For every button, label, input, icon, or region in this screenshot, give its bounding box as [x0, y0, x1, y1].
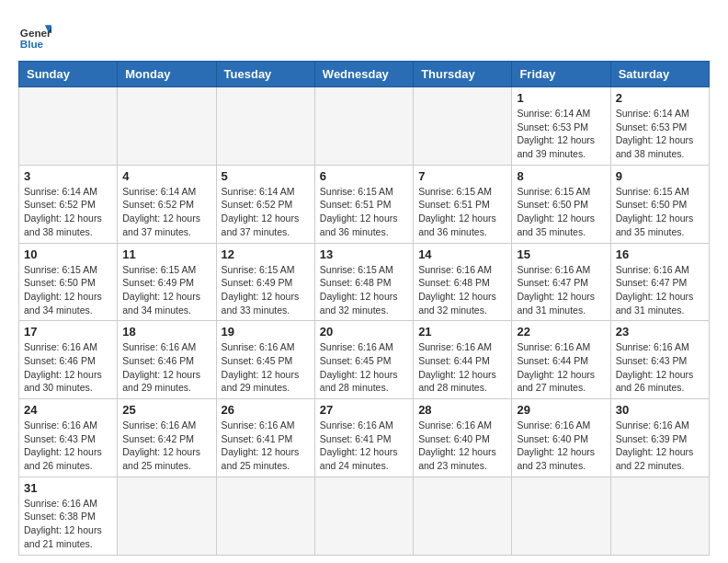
- day-info: Sunrise: 6:15 AM Sunset: 6:50 PM Dayligh…: [616, 185, 704, 239]
- day-number: 21: [418, 325, 506, 339]
- day-number: 11: [122, 247, 210, 261]
- day-number: 22: [517, 325, 605, 339]
- day-info: Sunrise: 6:15 AM Sunset: 6:51 PM Dayligh…: [320, 185, 408, 239]
- day-info: Sunrise: 6:16 AM Sunset: 6:44 PM Dayligh…: [418, 340, 506, 395]
- day-header-thursday: Thursday: [414, 62, 512, 87]
- day-info: Sunrise: 6:16 AM Sunset: 6:40 PM Dayligh…: [517, 419, 605, 473]
- day-info: Sunrise: 6:16 AM Sunset: 6:42 PM Dayligh…: [122, 419, 210, 473]
- calendar-table: SundayMondayTuesdayWednesdayThursdayFrid…: [18, 61, 710, 556]
- day-number: 26: [222, 403, 310, 417]
- day-info: Sunrise: 6:16 AM Sunset: 6:45 PM Dayligh…: [320, 340, 408, 395]
- day-info: Sunrise: 6:15 AM Sunset: 6:51 PM Dayligh…: [418, 185, 506, 239]
- calendar-cell: 29Sunrise: 6:16 AM Sunset: 6:40 PM Dayli…: [512, 399, 610, 477]
- day-info: Sunrise: 6:16 AM Sunset: 6:47 PM Dayligh…: [616, 263, 704, 317]
- day-header-saturday: Saturday: [610, 62, 709, 87]
- day-number: 7: [418, 169, 506, 183]
- day-info: Sunrise: 6:16 AM Sunset: 6:43 PM Dayligh…: [24, 419, 112, 473]
- day-info: Sunrise: 6:14 AM Sunset: 6:53 PM Dayligh…: [517, 107, 605, 161]
- day-number: 4: [122, 169, 210, 183]
- calendar-cell: [314, 477, 413, 555]
- day-info: Sunrise: 6:16 AM Sunset: 6:48 PM Dayligh…: [418, 263, 506, 317]
- calendar-cell: 6Sunrise: 6:15 AM Sunset: 6:51 PM Daylig…: [314, 165, 413, 243]
- day-number: 12: [222, 247, 310, 261]
- day-number: 1: [517, 91, 605, 105]
- svg-text:Blue: Blue: [20, 38, 44, 50]
- calendar-cell: [118, 87, 216, 166]
- calendar-cell: 1Sunrise: 6:14 AM Sunset: 6:53 PM Daylig…: [512, 87, 610, 166]
- day-info: Sunrise: 6:16 AM Sunset: 6:44 PM Dayligh…: [517, 340, 605, 395]
- day-number: 16: [616, 247, 704, 261]
- day-info: Sunrise: 6:14 AM Sunset: 6:52 PM Dayligh…: [222, 185, 310, 239]
- day-info: Sunrise: 6:15 AM Sunset: 6:48 PM Dayligh…: [320, 263, 408, 317]
- calendar-cell: 31Sunrise: 6:16 AM Sunset: 6:38 PM Dayli…: [19, 477, 118, 555]
- day-number: 29: [517, 403, 605, 417]
- calendar-cell: 21Sunrise: 6:16 AM Sunset: 6:44 PM Dayli…: [414, 321, 512, 399]
- calendar-cell: 14Sunrise: 6:16 AM Sunset: 6:48 PM Dayli…: [414, 243, 512, 321]
- day-info: Sunrise: 6:16 AM Sunset: 6:45 PM Dayligh…: [222, 340, 310, 395]
- day-info: Sunrise: 6:16 AM Sunset: 6:39 PM Dayligh…: [616, 419, 704, 473]
- day-info: Sunrise: 6:15 AM Sunset: 6:50 PM Dayligh…: [517, 185, 605, 239]
- calendar-cell: [414, 87, 512, 166]
- calendar-cell: [216, 477, 314, 555]
- calendar-cell: 25Sunrise: 6:16 AM Sunset: 6:42 PM Dayli…: [118, 399, 216, 477]
- calendar-week-1: 1Sunrise: 6:14 AM Sunset: 6:53 PM Daylig…: [19, 87, 710, 166]
- day-number: 3: [24, 169, 112, 183]
- day-info: Sunrise: 6:15 AM Sunset: 6:49 PM Dayligh…: [222, 263, 310, 317]
- calendar-cell: 19Sunrise: 6:16 AM Sunset: 6:45 PM Dayli…: [216, 321, 314, 399]
- page-header: General Blue: [18, 18, 710, 52]
- calendar-cell: 10Sunrise: 6:15 AM Sunset: 6:50 PM Dayli…: [19, 243, 118, 321]
- calendar-cell: 9Sunrise: 6:15 AM Sunset: 6:50 PM Daylig…: [610, 165, 709, 243]
- calendar-cell: 12Sunrise: 6:15 AM Sunset: 6:49 PM Dayli…: [216, 243, 314, 321]
- day-number: 10: [24, 247, 112, 261]
- day-number: 25: [122, 403, 210, 417]
- day-number: 20: [320, 325, 408, 339]
- day-number: 18: [122, 325, 210, 339]
- day-info: Sunrise: 6:15 AM Sunset: 6:49 PM Dayligh…: [122, 263, 210, 317]
- day-number: 8: [517, 169, 605, 183]
- calendar-cell: 30Sunrise: 6:16 AM Sunset: 6:39 PM Dayli…: [610, 399, 709, 477]
- day-info: Sunrise: 6:14 AM Sunset: 6:52 PM Dayligh…: [24, 185, 112, 239]
- calendar-cell: 16Sunrise: 6:16 AM Sunset: 6:47 PM Dayli…: [610, 243, 709, 321]
- calendar-cell: 15Sunrise: 6:16 AM Sunset: 6:47 PM Dayli…: [512, 243, 610, 321]
- calendar-cell: 13Sunrise: 6:15 AM Sunset: 6:48 PM Dayli…: [314, 243, 413, 321]
- calendar-week-4: 17Sunrise: 6:16 AM Sunset: 6:46 PM Dayli…: [19, 321, 710, 399]
- day-number: 17: [24, 325, 112, 339]
- day-number: 19: [222, 325, 310, 339]
- calendar-cell: 5Sunrise: 6:14 AM Sunset: 6:52 PM Daylig…: [216, 165, 314, 243]
- day-info: Sunrise: 6:16 AM Sunset: 6:41 PM Dayligh…: [320, 419, 408, 473]
- calendar-cell: 22Sunrise: 6:16 AM Sunset: 6:44 PM Dayli…: [512, 321, 610, 399]
- day-number: 6: [320, 169, 408, 183]
- calendar-week-3: 10Sunrise: 6:15 AM Sunset: 6:50 PM Dayli…: [19, 243, 710, 321]
- calendar-cell: 4Sunrise: 6:14 AM Sunset: 6:52 PM Daylig…: [118, 165, 216, 243]
- day-number: 15: [517, 247, 605, 261]
- day-number: 30: [616, 403, 704, 417]
- day-info: Sunrise: 6:16 AM Sunset: 6:47 PM Dayligh…: [517, 263, 605, 317]
- calendar-cell: [216, 87, 314, 166]
- day-info: Sunrise: 6:14 AM Sunset: 6:52 PM Dayligh…: [122, 185, 210, 239]
- day-info: Sunrise: 6:16 AM Sunset: 6:43 PM Dayligh…: [616, 340, 704, 395]
- calendar-cell: [610, 477, 709, 555]
- day-number: 31: [24, 481, 112, 495]
- calendar-week-5: 24Sunrise: 6:16 AM Sunset: 6:43 PM Dayli…: [19, 399, 710, 477]
- day-number: 9: [616, 169, 704, 183]
- day-number: 2: [616, 91, 704, 105]
- day-info: Sunrise: 6:16 AM Sunset: 6:38 PM Dayligh…: [24, 497, 112, 551]
- day-header-friday: Friday: [512, 62, 610, 87]
- calendar-cell: 24Sunrise: 6:16 AM Sunset: 6:43 PM Dayli…: [19, 399, 118, 477]
- calendar-cell: 20Sunrise: 6:16 AM Sunset: 6:45 PM Dayli…: [314, 321, 413, 399]
- day-header-monday: Monday: [118, 62, 216, 87]
- calendar-cell: 23Sunrise: 6:16 AM Sunset: 6:43 PM Dayli…: [610, 321, 709, 399]
- day-info: Sunrise: 6:16 AM Sunset: 6:46 PM Dayligh…: [24, 340, 112, 395]
- day-number: 5: [222, 169, 310, 183]
- calendar-week-6: 31Sunrise: 6:16 AM Sunset: 6:38 PM Dayli…: [19, 477, 710, 555]
- calendar-cell: 11Sunrise: 6:15 AM Sunset: 6:49 PM Dayli…: [118, 243, 216, 321]
- day-header-wednesday: Wednesday: [314, 62, 413, 87]
- day-number: 13: [320, 247, 408, 261]
- day-number: 14: [418, 247, 506, 261]
- calendar-cell: 7Sunrise: 6:15 AM Sunset: 6:51 PM Daylig…: [414, 165, 512, 243]
- day-info: Sunrise: 6:15 AM Sunset: 6:50 PM Dayligh…: [24, 263, 112, 317]
- day-number: 27: [320, 403, 408, 417]
- calendar-cell: [414, 477, 512, 555]
- logo: General Blue: [18, 18, 51, 52]
- day-info: Sunrise: 6:14 AM Sunset: 6:53 PM Dayligh…: [616, 107, 704, 161]
